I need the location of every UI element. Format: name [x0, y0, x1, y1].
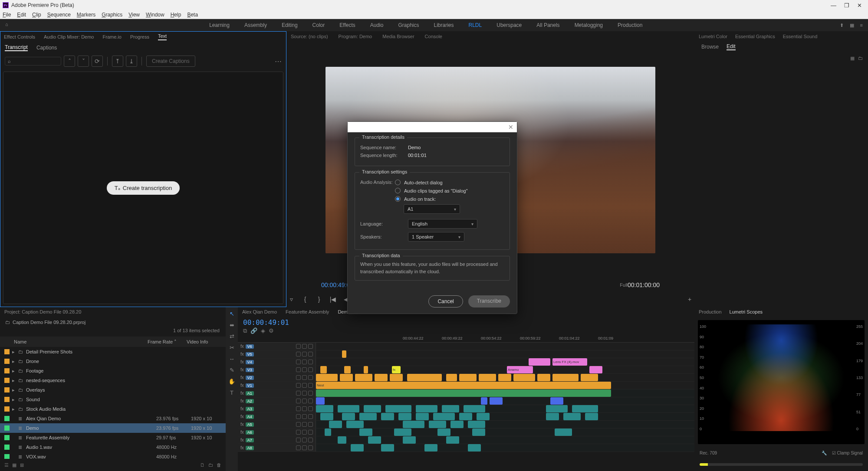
clip[interactable]: [429, 421, 446, 428]
track-v6[interactable]: fxV6: [238, 343, 694, 350]
clip[interactable]: [381, 413, 394, 420]
new-layer-icon[interactable]: ▦: [850, 56, 855, 61]
project-item[interactable]: ≣VOX.wav48000 Hz: [0, 452, 226, 459]
next-match-button[interactable]: ˅: [78, 56, 89, 67]
clip[interactable]: [403, 436, 416, 444]
slip-tool[interactable]: ↔: [228, 355, 236, 363]
clip[interactable]: [344, 366, 351, 373]
menu-clip[interactable]: Clip: [32, 12, 41, 18]
project-item[interactable]: ≣Alex Qian Demo23.976 fps1920 x 10: [0, 414, 226, 423]
search-input[interactable]: [11, 59, 58, 64]
clip[interactable]: [325, 428, 331, 436]
clip[interactable]: [320, 366, 327, 373]
create-transcription-button[interactable]: Tₐ Create transcription: [107, 181, 180, 195]
menu-window[interactable]: Window: [146, 12, 164, 18]
clip[interactable]: [529, 358, 550, 366]
resolution-full[interactable]: Full: [620, 282, 628, 288]
track-a2[interactable]: fxA2: [238, 397, 694, 405]
clip[interactable]: [546, 405, 568, 412]
radio-auto-detect[interactable]: Auto-detect dialog: [395, 180, 504, 185]
clip[interactable]: [442, 405, 459, 412]
clip[interactable]: [381, 444, 394, 451]
clip[interactable]: [437, 428, 450, 436]
scope-zoom-bar[interactable]: [700, 463, 863, 466]
snap-button[interactable]: ⧉: [243, 327, 247, 334]
clip[interactable]: [450, 421, 464, 428]
wsmenu-icon[interactable]: ≡: [860, 23, 863, 28]
tab-lumetri-scopes[interactable]: Lumetri Scopes: [730, 309, 763, 314]
mark-out-button[interactable]: }: [314, 294, 324, 304]
tab-lumetri-color[interactable]: Lumetri Color: [699, 34, 727, 39]
clip[interactable]: [394, 428, 411, 436]
clip[interactable]: [320, 413, 333, 420]
clip[interactable]: [563, 413, 581, 420]
clip[interactable]: [407, 374, 442, 381]
more-options-button[interactable]: ⋯: [275, 57, 282, 65]
ws-effects[interactable]: Effects: [339, 22, 355, 28]
tl-tab-alex[interactable]: Alex Qian Demo: [242, 309, 277, 314]
ws-production[interactable]: Production: [618, 22, 642, 28]
clip[interactable]: [490, 397, 503, 405]
tl-tab-featurette[interactable]: Featurette Assembly: [286, 309, 329, 314]
export-icon[interactable]: ⬆: [840, 23, 844, 28]
scope-colorspace[interactable]: Rec. 709: [700, 451, 717, 455]
clip[interactable]: Anamo: [507, 366, 533, 373]
clip[interactable]: [581, 374, 598, 381]
clip[interactable]: [585, 413, 598, 420]
track-a4[interactable]: fxA4: [238, 413, 694, 421]
clip[interactable]: [375, 374, 388, 381]
ws-uberspace[interactable]: Uberspace: [496, 22, 522, 28]
tab-frameio[interactable]: Frame.io: [103, 34, 122, 39]
modal-close-button[interactable]: ✕: [508, 124, 513, 131]
clip[interactable]: [338, 405, 359, 412]
track-a6[interactable]: fxA6: [238, 428, 694, 436]
menu-help[interactable]: Help: [171, 12, 181, 18]
menu-edit[interactable]: Edit: [17, 12, 26, 18]
clip[interactable]: [479, 374, 496, 381]
clip[interactable]: [342, 350, 346, 358]
list-view-button[interactable]: ☰: [4, 462, 9, 468]
tab-essential-sound[interactable]: Essential Sound: [783, 34, 818, 39]
track-v4[interactable]: fxV4Lens FX (4).mov: [238, 358, 694, 366]
menu-file[interactable]: File: [3, 12, 11, 18]
project-item[interactable]: ▸🗀Sound: [0, 395, 226, 404]
radio-on-track[interactable]: Audio on track:: [395, 196, 504, 202]
tab-project[interactable]: Project: Caption Demo File 09.28.20: [4, 309, 81, 314]
minimize-button[interactable]: —: [831, 2, 836, 9]
clip[interactable]: [355, 374, 372, 381]
icon-view-button[interactable]: ▦: [12, 462, 16, 468]
bin-icon[interactable]: 🗀: [5, 320, 10, 325]
track-v2[interactable]: fxV2: [238, 374, 694, 382]
clip[interactable]: [342, 413, 355, 420]
menu-beta[interactable]: Beta: [187, 12, 198, 18]
clip[interactable]: [364, 405, 381, 412]
merge-down-button[interactable]: ⤓: [126, 56, 137, 67]
track-v1[interactable]: fxV1Nest: [238, 382, 694, 389]
tab-audio-clip-mixer[interactable]: Audio Clip Mixer: Demo: [44, 34, 94, 39]
ws-graphics[interactable]: Graphics: [398, 22, 419, 28]
clip[interactable]: [346, 421, 364, 428]
project-item[interactable]: ≣Featurette Assembly29.97 fps1920 x 10: [0, 433, 226, 442]
project-item[interactable]: ▸🗀Drone: [0, 357, 226, 366]
track-a1[interactable]: fxA1: [238, 389, 694, 397]
delete-button[interactable]: 🗑: [217, 462, 221, 468]
language-select[interactable]: English▾: [408, 219, 477, 229]
transcribe-button[interactable]: Transcribe: [468, 295, 510, 307]
clip[interactable]: [316, 405, 333, 412]
clip[interactable]: [589, 366, 602, 373]
ws-libraries[interactable]: Libraries: [434, 22, 454, 28]
clip[interactable]: [329, 421, 342, 428]
tab-production-panel[interactable]: Production: [699, 309, 722, 314]
cancel-button[interactable]: Cancel: [428, 295, 463, 307]
clip[interactable]: [390, 374, 403, 381]
col-videoinfo[interactable]: Video Info: [187, 339, 208, 344]
ripple-tool[interactable]: ⇄: [228, 332, 236, 340]
clip[interactable]: [385, 405, 411, 412]
col-name[interactable]: Name: [4, 339, 148, 344]
subtab-transcript[interactable]: Transcript: [5, 44, 28, 51]
quickexport-icon[interactable]: ▦: [850, 23, 854, 28]
menu-sequence[interactable]: Sequence: [47, 12, 71, 18]
clip[interactable]: [498, 374, 511, 381]
clip[interactable]: [359, 413, 377, 420]
project-item[interactable]: ▸🗀Overlays: [0, 385, 226, 395]
